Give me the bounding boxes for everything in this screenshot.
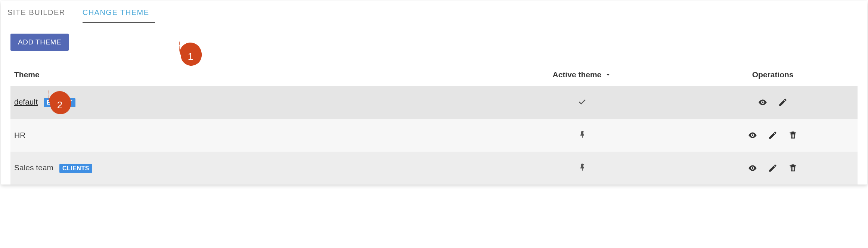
- edit-icon[interactable]: [766, 161, 779, 175]
- pin-icon[interactable]: [578, 132, 587, 140]
- themes-table: Theme Active theme Operations default EF…: [10, 63, 858, 185]
- table-row: default EFRONT: [10, 86, 858, 119]
- table-row: HR: [10, 119, 858, 152]
- view-icon[interactable]: [746, 128, 759, 142]
- view-icon[interactable]: [756, 96, 769, 109]
- delete-icon[interactable]: [786, 128, 800, 142]
- theme-name[interactable]: HR: [14, 131, 25, 139]
- column-active-header[interactable]: Active theme: [553, 70, 612, 79]
- theme-name-link[interactable]: default: [14, 97, 38, 106]
- tab-site-builder[interactable]: SITE BUILDER: [7, 1, 71, 23]
- tab-change-theme[interactable]: CHANGE THEME: [83, 1, 155, 23]
- tabs: SITE BUILDER CHANGE THEME: [1, 1, 867, 23]
- view-icon[interactable]: [746, 161, 759, 175]
- edit-icon[interactable]: [766, 128, 779, 142]
- chevron-down-icon: [604, 71, 612, 78]
- check-icon: [578, 99, 587, 108]
- theme-name[interactable]: Sales team: [14, 163, 53, 172]
- edit-icon[interactable]: [776, 96, 790, 109]
- delete-icon[interactable]: [786, 161, 800, 175]
- table-row: Sales team CLIENTS: [10, 152, 858, 185]
- pin-icon[interactable]: [578, 165, 587, 173]
- column-theme-header[interactable]: Theme: [14, 70, 40, 79]
- theme-panel: SITE BUILDER CHANGE THEME ADD THEME Them…: [1, 1, 867, 185]
- theme-badge: CLIENTS: [59, 164, 92, 173]
- content-area: ADD THEME Theme Active theme Operations: [1, 23, 867, 185]
- add-theme-button[interactable]: ADD THEME: [10, 34, 69, 51]
- column-active-label: Active theme: [553, 70, 602, 79]
- column-operations-header: Operations: [752, 70, 794, 79]
- theme-badge: EFRONT: [44, 98, 75, 107]
